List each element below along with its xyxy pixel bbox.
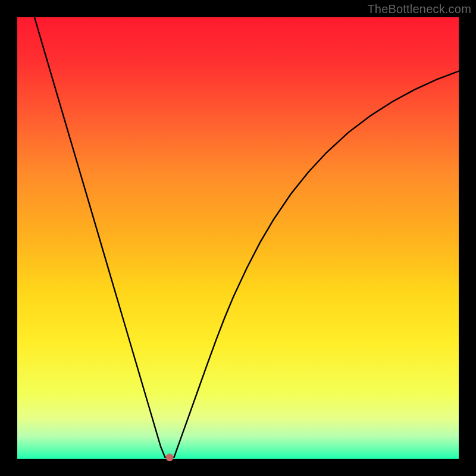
chart-gradient-bg	[17, 17, 459, 459]
chart-svg	[0, 0, 476, 476]
chart-marker-dot	[165, 453, 173, 461]
watermark-text: TheBottleneck.com	[367, 2, 471, 16]
